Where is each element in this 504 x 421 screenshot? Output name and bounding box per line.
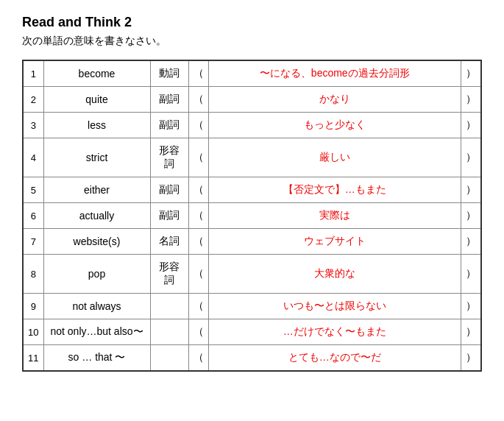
vocabulary-table: 1become動詞（〜になる、becomeの過去分詞形）2quite副詞（かなり…: [22, 60, 482, 372]
row-word: either: [43, 177, 150, 203]
row-meaning: 厳しい: [208, 138, 461, 177]
row-meaning: 〜になる、becomeの過去分詞形: [208, 60, 461, 87]
row-word: not only…but also〜: [43, 319, 150, 345]
row-number: 11: [23, 345, 43, 372]
row-number: 4: [23, 138, 43, 177]
row-pos: 副詞: [150, 203, 188, 229]
table-row: 1become動詞（〜になる、becomeの過去分詞形）: [23, 60, 481, 87]
row-word: website(s): [43, 229, 150, 255]
row-number: 9: [23, 294, 43, 319]
row-number: 2: [23, 87, 43, 113]
table-row: 5either副詞（【否定文で】…もまた）: [23, 177, 481, 203]
table-row: 4strict形容詞（厳しい）: [23, 138, 481, 177]
row-number: 10: [23, 319, 43, 345]
paren-close: ）: [461, 345, 482, 372]
paren-close: ）: [461, 294, 482, 319]
paren-open: （: [188, 255, 208, 294]
row-pos: [150, 345, 188, 372]
row-pos: [150, 294, 188, 319]
row-pos: 副詞: [150, 113, 188, 138]
paren-open: （: [188, 138, 208, 177]
paren-close: ）: [461, 319, 482, 345]
row-number: 5: [23, 177, 43, 203]
paren-open: （: [188, 345, 208, 372]
row-meaning: いつも〜とは限らない: [208, 294, 461, 319]
paren-close: ）: [461, 255, 482, 294]
row-pos: 形容詞: [150, 138, 188, 177]
paren-close: ）: [461, 229, 482, 255]
paren-close: ）: [461, 113, 482, 138]
paren-open: （: [188, 203, 208, 229]
row-pos: 名詞: [150, 229, 188, 255]
paren-open: （: [188, 294, 208, 319]
row-number: 1: [23, 60, 43, 87]
page-title: Read and Think 2: [22, 15, 482, 30]
table-row: 3less副詞（もっと少なく）: [23, 113, 481, 138]
paren-open: （: [188, 87, 208, 113]
row-word: pop: [43, 255, 150, 294]
row-word: actually: [43, 203, 150, 229]
paren-open: （: [188, 113, 208, 138]
row-word: not always: [43, 294, 150, 319]
row-pos: 副詞: [150, 177, 188, 203]
paren-close: ）: [461, 138, 482, 177]
row-number: 7: [23, 229, 43, 255]
row-pos: 形容詞: [150, 255, 188, 294]
row-word: quite: [43, 87, 150, 113]
paren-close: ）: [461, 203, 482, 229]
paren-open: （: [188, 177, 208, 203]
row-pos: 動詞: [150, 60, 188, 87]
row-meaning: もっと少なく: [208, 113, 461, 138]
row-number: 6: [23, 203, 43, 229]
row-meaning: 実際は: [208, 203, 461, 229]
row-meaning: ウェブサイト: [208, 229, 461, 255]
paren-close: ）: [461, 87, 482, 113]
paren-open: （: [188, 60, 208, 87]
table-row: 6actually副詞（実際は）: [23, 203, 481, 229]
table-row: 7website(s)名詞（ウェブサイト）: [23, 229, 481, 255]
table-row: 8pop形容詞（大衆的な）: [23, 255, 481, 294]
row-meaning: 大衆的な: [208, 255, 461, 294]
paren-close: ）: [461, 60, 482, 87]
row-word: so … that 〜: [43, 345, 150, 372]
table-row: 9not always（いつも〜とは限らない）: [23, 294, 481, 319]
table-row: 10not only…but also〜（…だけでなく〜もまた）: [23, 319, 481, 345]
row-meaning: とても…なので〜だ: [208, 345, 461, 372]
row-meaning: かなり: [208, 87, 461, 113]
row-word: strict: [43, 138, 150, 177]
row-pos: 副詞: [150, 87, 188, 113]
paren-open: （: [188, 229, 208, 255]
row-number: 8: [23, 255, 43, 294]
row-pos: [150, 319, 188, 345]
row-meaning: 【否定文で】…もまた: [208, 177, 461, 203]
row-word: become: [43, 60, 150, 87]
row-number: 3: [23, 113, 43, 138]
row-word: less: [43, 113, 150, 138]
paren-close: ）: [461, 177, 482, 203]
table-row: 11so … that 〜（とても…なので〜だ）: [23, 345, 481, 372]
paren-open: （: [188, 319, 208, 345]
subtitle: 次の単語の意味を書きなさい。: [22, 35, 482, 48]
row-meaning: …だけでなく〜もまた: [208, 319, 461, 345]
table-row: 2quite副詞（かなり）: [23, 87, 481, 113]
